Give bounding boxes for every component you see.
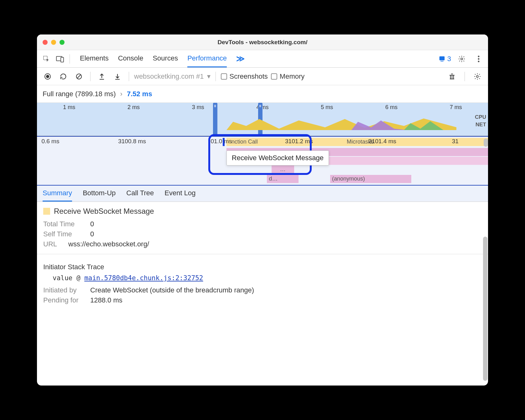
toolbar-divider xyxy=(216,72,216,81)
flame-scrollbar-thumb[interactable] xyxy=(484,139,488,147)
stack-link[interactable]: main.5780db4e.chunk.js:2:32752 xyxy=(84,274,203,282)
tab-call-tree[interactable]: Call Tree xyxy=(126,186,154,202)
issues-button[interactable]: 3 xyxy=(439,55,451,63)
window-title: DevTools - websocketking.com/ xyxy=(37,39,488,46)
minimize-window-button[interactable] xyxy=(51,40,56,45)
breadcrumb: Full range (7899.18 ms) › 7.52 ms xyxy=(37,85,488,103)
summary-panel: Receive WebSocket Message Total Time 0 S… xyxy=(37,202,488,386)
svg-point-4 xyxy=(461,58,463,60)
overview-cpu-chart xyxy=(226,116,456,130)
overview-tick: 2 ms xyxy=(101,104,166,111)
svg-point-5 xyxy=(478,55,480,57)
overview-tick: 3 ms xyxy=(166,104,230,111)
maximize-window-button[interactable] xyxy=(60,40,65,45)
stack-at: @ xyxy=(76,274,81,282)
tab-sources[interactable]: Sources xyxy=(153,50,178,67)
kv-value: 1288.0 ms xyxy=(90,296,122,304)
toolbar-divider xyxy=(90,72,91,81)
overview-tick: 6 ms xyxy=(359,104,424,111)
overview-lane-cpu: CPU xyxy=(475,113,486,121)
svg-rect-2 xyxy=(61,57,64,62)
toolbar-divider xyxy=(129,72,129,81)
overview-tick: 5 ms xyxy=(295,104,359,111)
tab-event-log[interactable]: Event Log xyxy=(164,186,195,202)
settings-icon[interactable] xyxy=(455,53,468,65)
flame-tick: 31 xyxy=(452,138,459,145)
overview-tick: 4 ms xyxy=(230,104,295,111)
memory-label: Memory xyxy=(280,72,304,81)
stack-trace-title: Initiator Stack Trace xyxy=(43,263,482,271)
panel-scrollbar-thumb[interactable] xyxy=(483,237,487,381)
tab-summary[interactable]: Summary xyxy=(43,186,72,202)
summary-total-time: Total Time 0 xyxy=(43,220,482,228)
screenshots-checkbox[interactable]: Screenshots xyxy=(221,72,268,81)
summary-self-time: Self Time 0 xyxy=(43,230,482,238)
svg-point-9 xyxy=(46,75,49,78)
upload-profile-icon[interactable] xyxy=(96,70,108,83)
kv-key: Pending for xyxy=(43,296,84,304)
download-profile-icon[interactable] xyxy=(111,70,124,83)
overview-lane-labels: CPU NET xyxy=(475,113,486,129)
toolbar-divider xyxy=(70,54,70,64)
svg-point-11 xyxy=(476,76,478,77)
kv-key: Self Time xyxy=(43,230,84,238)
overview-tick: 1 ms xyxy=(37,104,101,111)
flame-tick: 01.0 ms xyxy=(211,138,232,145)
overview-handle-left[interactable] xyxy=(213,103,217,136)
svg-point-6 xyxy=(478,58,480,60)
more-tabs-button[interactable]: ≫ xyxy=(236,54,245,64)
summary-event-header: Receive WebSocket Message xyxy=(43,207,482,216)
flame-tick: 3101.2 ms xyxy=(285,138,313,145)
close-window-button[interactable] xyxy=(43,40,48,45)
reload-record-button[interactable] xyxy=(57,70,70,83)
tab-console[interactable]: Console xyxy=(118,50,143,67)
timeline-overview[interactable]: 1 ms 2 ms 3 ms 4 ms 5 ms 6 ms 7 ms CPU N… xyxy=(37,103,488,136)
flame-event-label: nction Call xyxy=(231,139,258,145)
svg-rect-3 xyxy=(439,56,445,60)
flame-chart[interactable]: 0.6 ms 3100.8 ms 01.0 ms 3101.2 ms 3101.… xyxy=(37,136,488,186)
titlebar: DevTools - websocketking.com/ xyxy=(37,34,488,50)
flame-event[interactable]: (anonymous) xyxy=(330,175,411,183)
breadcrumb-selected-range[interactable]: 7.52 ms xyxy=(127,90,152,98)
clear-button[interactable] xyxy=(73,70,85,83)
flame-event[interactable]: d… xyxy=(267,175,299,183)
stack-fn: value xyxy=(53,274,72,282)
screenshots-label: Screenshots xyxy=(230,72,268,81)
issues-count: 3 xyxy=(447,55,451,63)
flame-event[interactable]: … xyxy=(272,165,294,174)
kv-key: Total Time xyxy=(43,220,84,228)
performance-toolbar: websocketking.com #1 ▾ Screenshots Memor… xyxy=(37,68,488,85)
panel-tabs: Elements Console Sources Performance ≫ xyxy=(80,50,245,67)
more-options-icon[interactable] xyxy=(472,53,485,65)
kv-key: Initiated by xyxy=(43,286,84,294)
tab-elements[interactable]: Elements xyxy=(80,50,109,67)
checkbox-box xyxy=(271,73,277,80)
flame-tick: 3100.8 ms xyxy=(118,138,146,145)
collect-garbage-icon[interactable] xyxy=(446,70,458,83)
summary-initiated-by: Initiated by Create WebSocket (outside o… xyxy=(43,286,482,294)
overview-tick: 7 ms xyxy=(424,104,488,111)
memory-checkbox[interactable]: Memory xyxy=(271,72,304,81)
flame-event[interactable]: nction Call Microtasks xyxy=(226,138,488,146)
flame-tick: 0.6 ms xyxy=(41,138,59,145)
flame-event[interactable] xyxy=(226,165,488,174)
capture-settings-icon[interactable] xyxy=(471,70,484,83)
overview-ticks: 1 ms 2 ms 3 ms 4 ms 5 ms 6 ms 7 ms xyxy=(37,103,488,112)
device-toolbar-icon[interactable] xyxy=(54,53,66,65)
checkbox-box xyxy=(221,73,227,80)
recording-select[interactable]: websocketking.com #1 ▾ xyxy=(134,72,211,81)
toolbar-divider xyxy=(465,72,465,81)
tab-bottom-up[interactable]: Bottom-Up xyxy=(83,186,116,202)
dropdown-icon: ▾ xyxy=(207,72,211,81)
kv-value: Create WebSocket (outside of the breadcr… xyxy=(90,286,254,294)
devtools-window: DevTools - websocketking.com/ Elements C… xyxy=(37,34,488,386)
record-button[interactable] xyxy=(41,70,54,83)
inspect-element-icon[interactable] xyxy=(40,53,53,65)
main-toolbar: Elements Console Sources Performance ≫ 3 xyxy=(37,50,488,68)
event-color-swatch xyxy=(43,208,50,215)
flame-tooltip: Receive WebSocket Message xyxy=(226,150,329,165)
tab-performance[interactable]: Performance xyxy=(187,50,227,67)
breadcrumb-full-range[interactable]: Full range (7899.18 ms) xyxy=(43,90,116,98)
flame-tick: 3101.4 ms xyxy=(368,138,396,145)
summary-event-name: Receive WebSocket Message xyxy=(54,207,154,216)
